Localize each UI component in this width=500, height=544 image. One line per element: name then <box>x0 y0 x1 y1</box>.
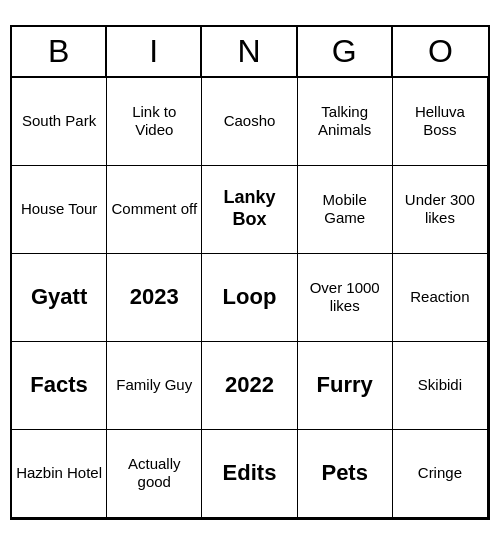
bingo-cell-17: 2022 <box>202 342 297 430</box>
header-letter-O: O <box>393 27 488 76</box>
bingo-cell-13: Over 1000 likes <box>298 254 393 342</box>
bingo-cell-18: Furry <box>298 342 393 430</box>
header-letter-N: N <box>202 27 297 76</box>
bingo-cell-20: Hazbin Hotel <box>12 430 107 518</box>
bingo-header: BINGO <box>12 27 488 78</box>
bingo-cell-6: Comment off <box>107 166 202 254</box>
bingo-cell-1: Link to Video <box>107 78 202 166</box>
bingo-card: BINGO South ParkLink to VideoCaoshoTalki… <box>10 25 490 520</box>
header-letter-G: G <box>298 27 393 76</box>
bingo-cell-15: Facts <box>12 342 107 430</box>
header-letter-B: B <box>12 27 107 76</box>
bingo-cell-2: Caosho <box>202 78 297 166</box>
bingo-grid: South ParkLink to VideoCaoshoTalking Ani… <box>12 78 488 518</box>
bingo-cell-4: Helluva Boss <box>393 78 488 166</box>
bingo-cell-3: Talking Animals <box>298 78 393 166</box>
bingo-cell-7: Lanky Box <box>202 166 297 254</box>
bingo-cell-22: Edits <box>202 430 297 518</box>
bingo-cell-24: Cringe <box>393 430 488 518</box>
bingo-cell-12: Loop <box>202 254 297 342</box>
bingo-cell-19: Skibidi <box>393 342 488 430</box>
bingo-cell-8: Mobile Game <box>298 166 393 254</box>
bingo-cell-0: South Park <box>12 78 107 166</box>
bingo-cell-9: Under 300 likes <box>393 166 488 254</box>
header-letter-I: I <box>107 27 202 76</box>
bingo-cell-11: 2023 <box>107 254 202 342</box>
bingo-cell-21: Actually good <box>107 430 202 518</box>
bingo-cell-16: Family Guy <box>107 342 202 430</box>
bingo-cell-23: Pets <box>298 430 393 518</box>
bingo-cell-14: Reaction <box>393 254 488 342</box>
bingo-cell-5: House Tour <box>12 166 107 254</box>
bingo-cell-10: Gyatt <box>12 254 107 342</box>
